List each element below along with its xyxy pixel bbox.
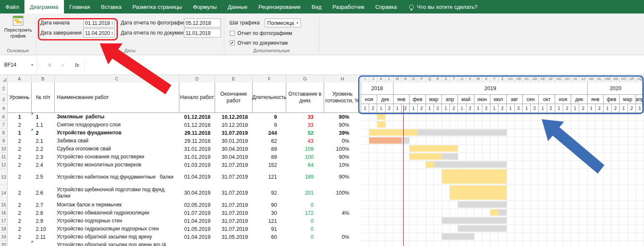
cell-duration[interactable]: 30: [253, 209, 286, 217]
cell-start-date[interactable]: 02.05.2019: [179, 201, 215, 209]
cell-level[interactable]: [8, 241, 32, 246]
cell-number[interactable]: 2.11: [32, 233, 55, 241]
column-header-W[interactable]: W: [474, 75, 482, 83]
cell-readiness[interactable]: 0%: [324, 137, 361, 145]
cell-work-name[interactable]: Устройство монолитных ростверков: [55, 161, 179, 169]
row-header[interactable]: 2: [0, 83, 8, 95]
column-header-M[interactable]: M: [394, 75, 402, 83]
column-header-Q[interactable]: Q: [426, 75, 434, 83]
row-number[interactable]: 19: [0, 233, 8, 241]
cell-duration[interactable]: 60: [253, 233, 286, 241]
cell-level[interactable]: 2: [8, 145, 32, 153]
tab-Данные[interactable]: Данные: [222, 0, 253, 13]
tab-Разработчик[interactable]: Разработчик: [327, 0, 370, 13]
row-number[interactable]: 18: [0, 225, 8, 233]
column-header-AD[interactable]: AD: [531, 75, 539, 83]
cell-end-date[interactable]: 30.04.2019: [215, 145, 253, 153]
cell-work-name[interactable]: Устройство щебеночной подготовки под фун…: [55, 185, 179, 201]
tab-Вставка[interactable]: Вставка: [96, 0, 127, 13]
cell-readiness[interactable]: 90%: [324, 113, 361, 121]
cell-duration[interactable]: 91: [253, 225, 286, 233]
column-header-D[interactable]: D: [179, 75, 215, 83]
cell-level[interactable]: 2: [8, 169, 32, 185]
cell-lag[interactable]: [286, 241, 324, 246]
cell-start-date[interactable]: 31.01.2019: [179, 153, 215, 161]
column-header-AC[interactable]: AC: [523, 75, 531, 83]
cell-work-name[interactable]: Земляные работы: [55, 113, 179, 121]
cell-work-name[interactable]: Снятие плодородного слоя: [55, 121, 179, 129]
checkbox-row[interactable]: Отчет по фотографиям: [230, 30, 292, 37]
row-number[interactable]: 15: [0, 201, 8, 209]
cell-start-date[interactable]: 01.12.2018: [179, 121, 215, 129]
row-number[interactable]: 14: [0, 185, 8, 201]
row-number[interactable]: 7: [0, 121, 8, 129]
cell-lag[interactable]: 33: [286, 121, 324, 129]
column-header-I[interactable]: I: [361, 75, 369, 83]
cell-duration[interactable]: 92: [253, 185, 286, 201]
cell-lag[interactable]: 0: [286, 201, 324, 209]
enter-icon[interactable]: ✓: [56, 62, 70, 68]
cell-end-date[interactable]: 31.07.2019: [215, 161, 253, 169]
cell-duration[interactable]: 89: [253, 145, 286, 153]
cell-readiness[interactable]: 100%: [324, 185, 361, 201]
cell-number[interactable]: 2.8: [32, 209, 55, 217]
column-header-AO[interactable]: AO: [620, 75, 628, 83]
cancel-icon[interactable]: ✕: [43, 62, 56, 68]
cell-level[interactable]: 2: [8, 153, 32, 161]
cell-readiness[interactable]: 90%: [324, 121, 361, 129]
cell-number[interactable]: 2.5: [32, 169, 55, 185]
cell-lag[interactable]: 0: [286, 233, 324, 241]
column-header-AA[interactable]: AA: [507, 75, 515, 83]
cell-readiness[interactable]: 4%: [324, 209, 361, 217]
column-header-AH[interactable]: AH: [563, 75, 571, 83]
formula-input[interactable]: [86, 55, 644, 75]
row-number[interactable]: 6: [0, 113, 8, 121]
cell-end-date[interactable]: 10.12.2018: [215, 113, 253, 121]
row-number[interactable]: 8: [0, 129, 8, 137]
tab-Диаграмма[interactable]: Диаграмма: [24, 0, 64, 13]
cell-start-date[interactable]: 01.03.2019: [179, 161, 215, 169]
cell-readiness[interactable]: [324, 201, 361, 209]
cell-start-date[interactable]: 01.05.2019: [179, 225, 215, 233]
cell-duration[interactable]: 9: [253, 113, 286, 121]
cell-level[interactable]: 1: [8, 129, 32, 137]
cell-duration[interactable]: 89: [253, 153, 286, 161]
cell-start-date[interactable]: 31.01.2019: [179, 145, 215, 153]
chart-step-dropdown[interactable]: Полмесяца ▼: [265, 19, 301, 27]
cell-end-date[interactable]: 31.07.2019: [215, 129, 253, 137]
tab-Файл[interactable]: Файл: [0, 0, 24, 13]
row-number[interactable]: 16: [0, 209, 8, 217]
cell-lag[interactable]: 201: [286, 185, 324, 201]
date-field-input[interactable]: 11.04.2020▴▾: [83, 29, 114, 37]
row-header[interactable]: 4: [0, 104, 8, 113]
cell-number[interactable]: 2.6: [32, 185, 55, 201]
cell-start-date[interactable]: 29.11.2018: [179, 137, 215, 145]
cell-number[interactable]: [32, 241, 55, 246]
name-box[interactable]: BF14: [0, 55, 28, 75]
cell-readiness[interactable]: [324, 217, 361, 225]
row-number[interactable]: 12: [0, 161, 8, 169]
column-header-A[interactable]: A: [8, 75, 32, 83]
column-header-H[interactable]: H: [324, 75, 361, 83]
cell-end-date[interactable]: 31.05.2019: [215, 233, 253, 241]
cell-number[interactable]: 2.2: [32, 145, 55, 153]
cell-readiness[interactable]: 100%: [324, 145, 361, 153]
column-header-O[interactable]: O: [410, 75, 418, 83]
cell-number[interactable]: 2.10: [32, 225, 55, 233]
cell-start-date[interactable]: [179, 241, 215, 246]
column-header-Y[interactable]: Y: [490, 75, 498, 83]
column-header-G[interactable]: G: [286, 75, 324, 83]
cell-number[interactable]: 2.1: [32, 137, 55, 145]
column-header-P[interactable]: P: [418, 75, 426, 83]
cell-number[interactable]: 2.9: [32, 217, 55, 225]
cell-level[interactable]: 2: [8, 217, 32, 225]
column-header-AL[interactable]: AL: [596, 75, 604, 83]
row-header[interactable]: 3: [0, 95, 8, 104]
spinner-icon[interactable]: ▴▾: [110, 21, 113, 25]
column-header-C[interactable]: C: [55, 75, 179, 83]
cell-work-name[interactable]: Устройство обратной засыпки под арену в/…: [55, 241, 179, 246]
column-header-V[interactable]: V: [466, 75, 474, 83]
tell-me-label[interactable]: Что вы хотите сделать?: [417, 4, 478, 10]
chevron-down-icon[interactable]: ▼: [294, 19, 301, 27]
cell-lag[interactable]: 64: [286, 161, 324, 169]
